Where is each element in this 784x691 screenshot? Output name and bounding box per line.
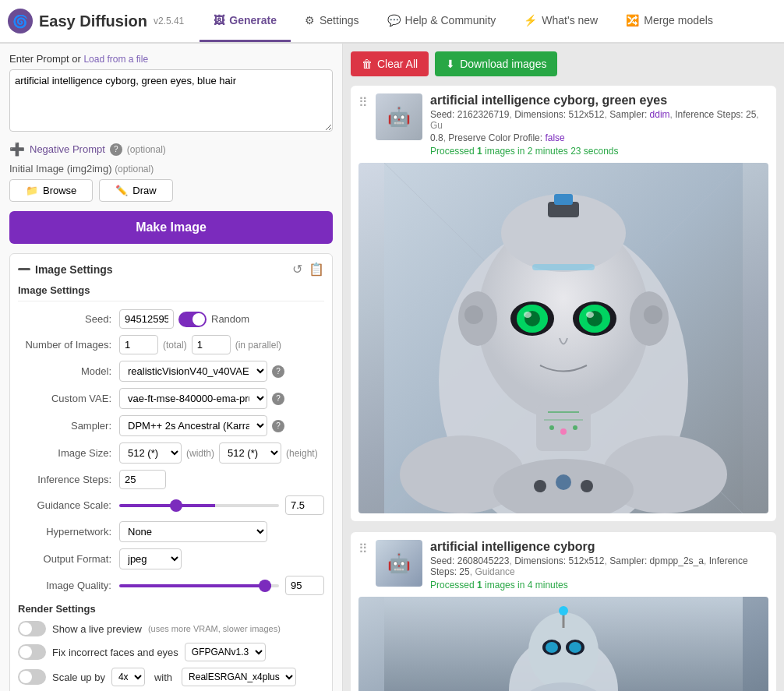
model-dropdown[interactable]: realisticVisionV40_v40VAE: [119, 361, 267, 382]
image-width-dropdown[interactable]: 512 (*): [119, 442, 182, 464]
app-version: v2.5.41: [154, 16, 184, 26]
initial-image-section: Initial Image (img2img) (optional) 📁 Bro…: [9, 163, 333, 202]
seed-input[interactable]: [119, 309, 174, 329]
svg-point-20: [517, 305, 548, 333]
drag-icon-1: ⠿: [358, 95, 368, 110]
sampler-dropdown[interactable]: DPM++ 2s Ancestral (Karras): [119, 415, 267, 436]
settings-header: Image Settings ↺ 📋: [18, 262, 324, 277]
num-images-input[interactable]: [119, 335, 158, 354]
result-1-image: [358, 163, 768, 513]
download-images-button[interactable]: ⬇ Download images: [435, 51, 557, 76]
num-parallel-input[interactable]: [192, 335, 231, 354]
browse-button[interactable]: 📁 Browse: [9, 179, 93, 202]
clear-all-button[interactable]: 🗑 Clear All: [351, 51, 429, 76]
settings-title: Image Settings: [35, 263, 113, 276]
num-images-row: Number of Images: (total) (in parallel): [18, 335, 324, 354]
hypernetwork-dropdown[interactable]: None: [119, 521, 267, 542]
preserve-val-1: false: [545, 132, 564, 143]
svg-rect-9: [554, 194, 573, 205]
seed-value-group: Random: [119, 309, 324, 329]
output-format-row: Output Format: jpeg png webp: [18, 548, 324, 569]
reset-settings-button[interactable]: ↺: [292, 262, 302, 277]
hypernetwork-value-group: None: [119, 521, 324, 542]
result-1-thumb: 🤖: [376, 93, 422, 140]
fix-faces-toggle[interactable]: [18, 644, 46, 660]
svg-rect-24: [536, 404, 591, 451]
svg-point-42: [546, 642, 558, 653]
load-from-file-link[interactable]: Load from a file: [83, 54, 148, 65]
inference-steps-row: Inference Steps:: [18, 470, 324, 489]
custom-vae-row: Custom VAE: vae-ft-mse-840000-ema-pruned…: [18, 388, 324, 409]
prompt-input[interactable]: artificial intelligence cyborg, green ey…: [9, 69, 333, 132]
image-quality-input[interactable]: [285, 576, 324, 595]
result-2-header: ⠿ 🤖 artificial intelligence cyborg Seed:…: [358, 540, 768, 591]
copy-settings-button[interactable]: 📋: [309, 262, 324, 277]
svg-point-35: [581, 480, 593, 492]
folder-icon: 📁: [26, 185, 38, 196]
svg-point-28: [560, 428, 567, 435]
or-text: or: [72, 53, 83, 65]
result-1-info: artificial intelligence cyborg, green ey…: [430, 93, 768, 157]
tab-whatsnew[interactable]: ⚡ What's new: [510, 0, 612, 42]
inf-val-1: 25: [746, 109, 756, 120]
right-panel: 🗑 Clear All ⬇ Download images ⠿ 🤖 artifi…: [343, 44, 784, 691]
result-card-1: ⠿ 🤖 artificial intelligence cyborg, gree…: [351, 86, 776, 521]
trash-icon: 🗑: [362, 58, 373, 70]
custom-vae-label: Custom VAE:: [18, 393, 119, 404]
num-images-value-group: (total) (in parallel): [119, 335, 324, 354]
svg-point-43: [569, 642, 581, 653]
guidance-slider[interactable]: [119, 504, 279, 507]
scale-up-toggle[interactable]: [18, 669, 46, 685]
right-toolbar: 🗑 Clear All ⬇ Download images: [351, 51, 776, 76]
live-preview-toggle[interactable]: [18, 621, 46, 636]
quality-slider[interactable]: [119, 584, 279, 587]
vae-help-icon[interactable]: ?: [272, 393, 284, 405]
image-quality-value-group: [119, 576, 324, 595]
lightning-icon: ⚡: [524, 14, 537, 26]
dim-val-1: 512x512: [568, 109, 604, 120]
main-nav: 🖼 Generate ⚙ Settings 💬 Help & Community…: [200, 0, 727, 42]
tab-merge[interactable]: 🔀 Merge models: [612, 0, 727, 42]
random-label: Random: [211, 313, 249, 325]
random-toggle[interactable]: [178, 312, 207, 327]
processed-time-1: images in 2 minutes 23 seconds: [485, 146, 618, 157]
tab-generate[interactable]: 🖼 Generate: [200, 0, 291, 42]
app-header: 🌀 Easy Diffusion v2.5.41 🖼 Generate ⚙ Se…: [0, 0, 784, 44]
output-format-dropdown[interactable]: jpeg png webp: [119, 548, 182, 569]
neg-help-icon[interactable]: ?: [110, 143, 122, 156]
pencil-icon: ✏️: [115, 185, 128, 196]
samp-val-1: ddim: [650, 109, 670, 120]
help-icon: 💬: [387, 14, 401, 26]
gfpgan-dropdown[interactable]: GFPGANv1.3: [185, 643, 266, 661]
tab-help[interactable]: 💬 Help & Community: [373, 0, 510, 42]
draw-button[interactable]: ✏️ Draw: [99, 179, 172, 202]
guidance-scale-row: Guidance Scale:: [18, 495, 324, 515]
inference-steps-input[interactable]: [119, 470, 166, 489]
image-quality-row: Image Quality:: [18, 576, 324, 595]
result-2-title: artificial intelligence cyborg: [430, 540, 768, 554]
inf-label-1: Inference Steps:: [675, 109, 746, 120]
guidance-scale-input[interactable]: [285, 495, 324, 515]
model-label: Model:: [18, 365, 119, 377]
tab-settings[interactable]: ⚙ Settings: [291, 0, 373, 42]
scale-value-dropdown[interactable]: 4x 2x: [111, 668, 145, 686]
download-icon: ⬇: [446, 58, 455, 70]
real-esrgan-dropdown[interactable]: RealESRGAN_x4plus: [182, 668, 296, 686]
negative-prompt-row[interactable]: ➕ Negative Prompt ? (optional): [9, 142, 333, 157]
image-height-dropdown[interactable]: 512 (*): [219, 442, 281, 464]
settings-title-row[interactable]: Image Settings: [18, 263, 113, 276]
result-2-info: artificial intelligence cyborg Seed: 260…: [430, 540, 768, 591]
make-image-button[interactable]: Make Image: [9, 211, 333, 244]
model-help-icon[interactable]: ?: [272, 365, 284, 378]
seed-label-1: Seed:: [430, 109, 457, 120]
render-settings-title: Render Settings: [18, 603, 324, 615]
result-card-2: ⠿ 🤖 artificial intelligence cyborg Seed:…: [351, 532, 776, 691]
svg-point-27: [549, 425, 554, 430]
output-format-value-group: jpeg png webp: [119, 548, 324, 569]
svg-point-33: [534, 480, 546, 492]
samp-label-1: Sampler:: [609, 109, 649, 120]
app-logo: 🌀 Easy Diffusion v2.5.41: [8, 9, 184, 33]
result-2-meta: Seed: 2608045223, Dimensions: 512x512, S…: [430, 555, 768, 577]
custom-vae-dropdown[interactable]: vae-ft-mse-840000-ema-pruned: [119, 388, 267, 409]
sampler-help-icon[interactable]: ?: [272, 420, 284, 432]
